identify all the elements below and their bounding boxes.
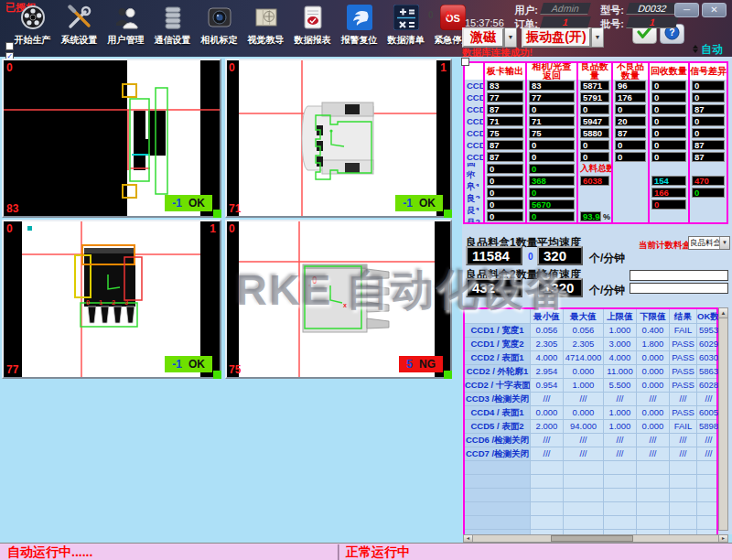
camera-view-4[interactable]: 0 x 0 75 5NG [225, 220, 452, 379]
measure-cell: 2.000 [531, 420, 564, 433]
stats-cell: 470 [690, 175, 727, 187]
table-row[interactable]: CCD2 / 十字表面0.9541.0005.5000.000PASS6028 [465, 379, 716, 393]
stats-value-box: 87 [692, 104, 725, 114]
measure-cell: /// [637, 393, 670, 405]
measure-cell: 0.000 [637, 406, 670, 419]
status-left: 自动运行中...... [7, 544, 92, 560]
stats-cell: 0 [690, 115, 727, 127]
measure-row-label: CCD2 / 外轮廓1 [465, 365, 531, 378]
table-row[interactable]: CCD1 / 宽度10.0560.0561.0000.400FAIL5953 [465, 324, 716, 338]
auto-spinner[interactable] [693, 45, 698, 53]
table-row[interactable]: CCD2 / 外轮廓12.9540.00011.0000.000PASS5863 [465, 365, 716, 379]
stats-cell: 166 [650, 187, 690, 199]
stats-cell [650, 163, 690, 175]
camera-checkbox-1[interactable] [5, 42, 14, 50]
spare-field-2[interactable] [630, 283, 728, 294]
table-row[interactable]: CCD7 /检测关闭////////////////// [465, 447, 716, 461]
alarm-reset-button[interactable]: 报警复位 [336, 5, 382, 54]
user-field[interactable]: Admin [540, 3, 591, 15]
stats-value-box: 0 [580, 152, 609, 162]
table-row[interactable]: CCD6 /检测关闭////////////////// [465, 434, 716, 447]
data-report-button[interactable]: 数据报表 [289, 5, 336, 54]
stats-cell: 0 [613, 139, 650, 151]
stats-row-label-text: 回收 [465, 163, 483, 175]
peak-speed-unit: 个/分钟 [589, 283, 625, 298]
measure-cell [604, 461, 637, 474]
stats-row-label-text: CCD1 [465, 81, 485, 91]
current-box-label: 当前计数料盒 [639, 240, 691, 252]
camera-1-count-top: 0 [6, 62, 13, 73]
scroll-right-icon[interactable]: ► [718, 535, 727, 542]
measure-cell: 5.500 [604, 379, 637, 392]
stats-cell: 0 [613, 151, 650, 163]
stats-cell: 5670 [527, 199, 578, 210]
measure-cell [697, 461, 720, 474]
table-row: CCD4717159472000 [465, 115, 727, 127]
measure-row-label: CCD5 / 表面2 [465, 420, 531, 433]
camera-calibration-button[interactable]: 相机标定 [196, 5, 242, 54]
measure-cell: 0.000 [564, 406, 604, 419]
stats-column-header: 板卡输出 [485, 63, 527, 80]
system-settings-button[interactable]: 系统设置 [56, 5, 102, 54]
table-row-empty [465, 516, 716, 530]
panel-hscrollbar[interactable]: ◄ ► [463, 534, 728, 543]
measure-table-vscrollbar[interactable]: ▲ [718, 307, 728, 531]
measure-cell: 6030 [697, 351, 720, 364]
model-field[interactable]: D0032 [626, 3, 679, 15]
camera-view-2[interactable]: 0 1 71 -1OK [225, 59, 452, 218]
table-row[interactable]: CCD3 /检测关闭////////////////// [465, 393, 716, 406]
measure-cell: FAIL [670, 420, 697, 433]
vision-teaching-button[interactable]: 视觉教导 [242, 5, 289, 54]
measure-cell [564, 461, 604, 474]
stats-row-label-text: CCD5 [465, 128, 485, 138]
start-production-button[interactable]: 开始生产 [9, 5, 56, 54]
camera-4-count-bottom: 75 [229, 364, 241, 375]
stats-cell: 0 [690, 127, 727, 139]
stats-cell: 0 [650, 92, 690, 103]
table-row[interactable]: CCD4 / 表面10.0000.0001.0000.000PASS6005 [465, 406, 716, 420]
stats-row-label-text: 不良2 [465, 187, 483, 199]
minimize-button[interactable]: ─ [674, 3, 699, 17]
measure-cell: /// [670, 434, 697, 447]
close-button[interactable]: ✕ [702, 3, 727, 17]
table-row[interactable]: CCD5 / 表面22.00094.0001.0000.000FAIL5898 [465, 420, 716, 434]
scroll-up-icon[interactable]: ▲ [719, 308, 727, 318]
data-list-button[interactable]: 数据清单 [382, 5, 429, 54]
batch-field[interactable]: 1 [626, 16, 679, 28]
stats-cell [613, 210, 650, 222]
camera-view-3[interactable]: 0123 0 1 77 -1OK [2, 220, 221, 379]
stats-cell: 0 [527, 163, 578, 175]
stats-value-box: 0 [692, 92, 725, 102]
toolbar-item-label: 用户管理 [108, 34, 145, 47]
stats-cell: 20 [613, 115, 650, 127]
measure-row-label: CCD4 / 表面1 [465, 406, 531, 419]
stats-value-box: 154 [651, 176, 686, 186]
table-row[interactable]: CCD1 / 宽度22.3052.3053.0001.800PASS6029 [465, 338, 716, 351]
scroll-left-icon[interactable]: ◄ [464, 535, 473, 542]
stats-cell: 0 [527, 210, 578, 222]
current-box-select[interactable]: 良品料盒2 ▼ [688, 236, 730, 250]
hscroll-thumb[interactable] [551, 535, 633, 542]
camera-4-count-top: 0 [229, 223, 235, 234]
stats-row-label-text: CCD2 [465, 92, 485, 102]
magnetize-button[interactable]: 激磁 [462, 27, 504, 48]
table-row[interactable]: CCD2 / 表面14.0004714.0004.0000.000PASS603… [465, 351, 716, 365]
measure-cell: /// [604, 434, 637, 447]
measure-cell: /// [697, 447, 720, 460]
stats-row-label: 不良2 [465, 187, 485, 199]
order-field[interactable]: 1 [540, 16, 591, 28]
measure-cell [604, 516, 637, 529]
measure-cell [531, 489, 564, 501]
communication-settings-button[interactable]: 通信设置 [149, 5, 196, 54]
measure-cell: 0.000 [637, 379, 670, 392]
camera-view-1[interactable]: 0 83 -1OK [2, 59, 221, 218]
measure-row-label: CCD7 /检测关闭 [465, 447, 531, 460]
user-management-button[interactable]: 用户管理 [102, 5, 149, 54]
spare-field-1[interactable] [630, 270, 728, 281]
stats-checkbox[interactable] [461, 58, 469, 66]
measure-cell: PASS [670, 406, 697, 419]
table-row: CCD1838358719600 [465, 80, 727, 92]
measure-cell: 3.000 [604, 338, 637, 350]
camera-icon [207, 5, 232, 30]
stats-value-box: 0 [487, 188, 523, 198]
